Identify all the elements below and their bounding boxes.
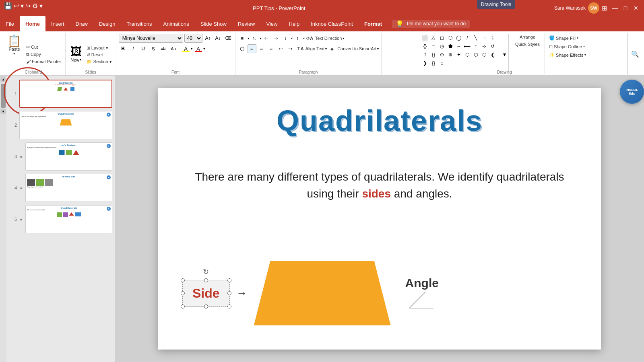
slide-item-4[interactable]: 4 ★ In Real Life Many shapes found in re… (9, 174, 112, 202)
layout-icon[interactable]: ⊞ (602, 4, 607, 12)
menu-review[interactable]: Review (232, 16, 261, 31)
decrease-font-button[interactable]: A↓ (214, 34, 223, 43)
handle-tc[interactable] (204, 278, 208, 282)
indent-less-button[interactable]: ⇐ (262, 34, 271, 43)
shape-btn-22[interactable]: ⊕ (446, 51, 454, 59)
columns-dropdown[interactable]: ▾ (303, 37, 305, 40)
handle-tr[interactable] (227, 278, 231, 282)
shape-fill-dropdown[interactable]: ▾ (577, 36, 578, 40)
arrange-button[interactable]: Arrange (513, 34, 542, 40)
slide-item-1[interactable]: 1 Quadrilaterals: A Parade of Four-Sided… (9, 80, 112, 108)
font-size-select[interactable]: 40 (184, 34, 202, 43)
menu-help[interactable]: Help (283, 16, 305, 31)
shape-fill-button[interactable]: 🪣 Shape Fill ▾ (547, 35, 588, 41)
minimize-button[interactable]: — (611, 4, 619, 12)
slide-thumb-2[interactable]: Quadrilaterals There are many different … (19, 111, 112, 139)
slide-thumb-1[interactable]: Quadrilaterals: A Parade of Four-Sided P… (19, 80, 112, 108)
shape-btn-10[interactable]: {} (421, 42, 429, 50)
slide-item-3[interactable]: 3 ★ Let's Review... All polygons are mad… (9, 142, 112, 171)
shapes-more-dropdown[interactable]: ▾ (503, 51, 506, 58)
menu-slideshow[interactable]: Slide Show (195, 16, 232, 31)
shape-btn-8[interactable]: → (480, 34, 488, 42)
shape-btn-7[interactable]: ╲ (472, 34, 480, 42)
settings-icon[interactable]: ⚙ (32, 2, 38, 10)
increase-font-button[interactable]: A↑ (204, 34, 213, 43)
shape-btn-19[interactable]: ⤴ (421, 51, 429, 59)
align-left-button[interactable]: ⬡ (238, 44, 247, 53)
shape-btn-12[interactable]: ◷ (438, 42, 446, 50)
shape-btn-25[interactable]: ⬡ (472, 51, 480, 59)
format-painter-button[interactable]: 🖌 Format Painter (25, 58, 63, 65)
section-button[interactable]: 📁 Section ▾ (85, 59, 114, 65)
shape-btn-2[interactable]: △ (429, 34, 438, 42)
shape-btn-3[interactable]: ◻ (438, 34, 446, 42)
line-spacing-button[interactable]: ↕ (281, 34, 290, 43)
font-family-select[interactable]: Minya Nouvelle (119, 34, 183, 43)
shape-btn-16[interactable]: ↑ (472, 42, 480, 50)
highlight-color-button[interactable]: A (182, 46, 190, 52)
shape-btn-29[interactable]: {} (429, 59, 438, 67)
scroll-up-arrow[interactable]: ▲ (0, 76, 6, 82)
shape-btn-5[interactable]: ◯ (455, 34, 463, 42)
menu-file[interactable]: File (0, 16, 20, 31)
convert-smartart-button[interactable]: ◈ (328, 44, 336, 53)
shape-btn-17[interactable]: ⊹ (480, 42, 488, 50)
paste-button[interactable]: 📋 Paste ▾ (4, 34, 25, 74)
redo-icon[interactable]: ↪ (25, 2, 31, 10)
undo-dropdown-icon[interactable]: ▾ (21, 2, 24, 10)
menu-view[interactable]: View (261, 16, 283, 31)
inknoe-badge[interactable]: INKNOE Edu (620, 80, 644, 104)
shape-btn-9[interactable]: ⤵ (489, 34, 497, 42)
bold-button[interactable]: B (119, 44, 128, 53)
tell-me-bar[interactable]: 💡 Tell me what you want to do (392, 20, 470, 28)
toolbar-options-icon[interactable]: ▾ (39, 2, 43, 10)
copy-button[interactable]: ⧉ Copy (25, 51, 63, 58)
shape-btn-18[interactable]: ↺ (489, 42, 497, 50)
cut-button[interactable]: ✂ Cut (25, 44, 63, 51)
shape-btn-27[interactable]: ❮ (489, 51, 497, 59)
reset-button[interactable]: ↺ Reset (85, 52, 114, 58)
scroll-down-arrow[interactable]: ▼ (0, 109, 6, 114)
side-textbox[interactable]: ↻ Side (182, 280, 230, 307)
shape-outline-button[interactable]: ◻ Shape Outline ▾ (547, 43, 588, 50)
menu-animations[interactable]: Animations (158, 16, 195, 31)
close-button[interactable]: ✕ (632, 4, 640, 12)
shape-btn-23[interactable]: ✦ (455, 51, 463, 59)
menu-format[interactable]: Format (359, 16, 388, 31)
scroll-thumb[interactable] (1, 84, 6, 108)
handle-bc[interactable] (204, 304, 208, 309)
menu-insert[interactable]: Insert (45, 16, 70, 31)
menu-draw[interactable]: Draw (70, 16, 93, 31)
bullets-dropdown[interactable]: ▾ (248, 37, 249, 40)
layout-button[interactable]: ⊞ Layout ▾ (85, 45, 114, 51)
menu-home[interactable]: Home (20, 16, 45, 31)
shape-btn-21[interactable]: ⊙ (438, 51, 446, 59)
shadow-button[interactable]: S (149, 44, 158, 53)
shape-btn-20[interactable]: {} (429, 51, 438, 59)
justify-button[interactable]: ≡ (267, 44, 276, 53)
quick-styles-button[interactable]: Quick Styles (513, 41, 542, 47)
shape-effects-button[interactable]: ✨ Shape Effects ▾ (547, 51, 588, 58)
shape-btn-4[interactable]: ⬡ (446, 34, 454, 42)
shape-btn-28[interactable]: ❯ (421, 59, 429, 67)
font-color-dropdown[interactable]: ▾ (203, 47, 205, 51)
slide-thumb-5[interactable]: Quadrilaterals With your newly found kno… (25, 205, 112, 233)
paste-dropdown[interactable]: ▾ (13, 51, 15, 56)
menu-design[interactable]: Design (93, 16, 121, 31)
handle-br[interactable] (227, 304, 231, 309)
rtl-button[interactable]: ↩ (277, 44, 285, 53)
new-slide-button[interactable]: 🖼 New ▾ (68, 45, 84, 64)
rotate-handle[interactable]: ↻ (203, 267, 209, 276)
shape-btn-14[interactable]: → (455, 42, 463, 50)
shape-btn-1[interactable]: ⬜ (421, 34, 429, 42)
shape-btn-24[interactable]: ⬡ (463, 51, 471, 59)
menu-transitions[interactable]: Transitions (121, 16, 157, 31)
clear-format-button[interactable]: ⌫ (224, 34, 233, 43)
indent-more-button[interactable]: ⇒ (272, 34, 281, 43)
font-color-button[interactable]: A (195, 46, 202, 52)
shape-btn-13[interactable]: ⬟ (446, 42, 454, 50)
convert-smartart-dropdown[interactable]: ▾ (377, 47, 379, 51)
numbering-button[interactable]: ⒈ (250, 34, 259, 43)
shape-effects-dropdown[interactable]: ▾ (584, 53, 586, 57)
text-direction-dropdown[interactable]: ▾ (343, 37, 344, 40)
